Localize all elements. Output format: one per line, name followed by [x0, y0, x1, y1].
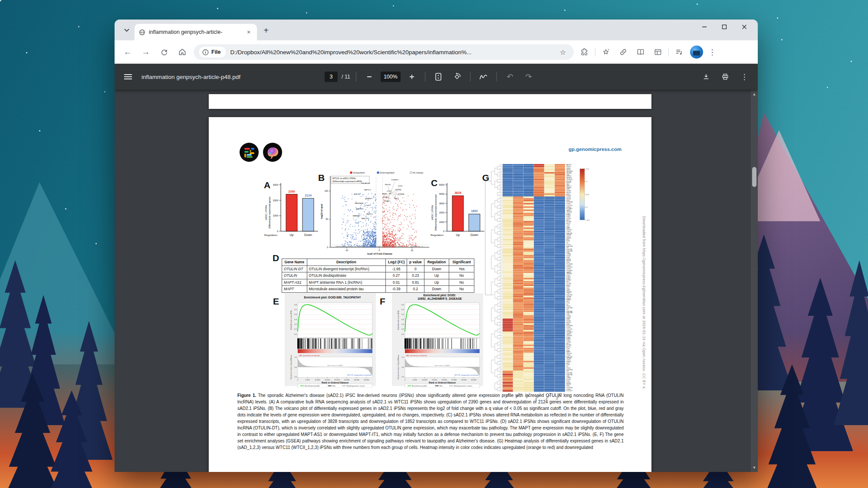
page-number-input[interactable]: 3	[325, 72, 338, 82]
svg-text:ZNF300: ZNF300	[354, 193, 361, 195]
svg-text:0.6: 0.6	[294, 304, 297, 306]
bar-chart-A: 0100020003000sAD2.1 iPSNsDifferentially …	[263, 177, 320, 251]
address-bar[interactable]: File D:/Dropbox/All%20new%20and%20improv…	[194, 44, 574, 60]
table-row: MAPT-AS1MAPT antisense RNA 1 (lncRNA)0.0…	[282, 279, 474, 286]
svg-text:30,000: 30,000	[461, 379, 467, 381]
maximize-button[interactable]	[714, 20, 734, 34]
gene-table-header: Gene NameDescriptionLog2 (FC)p valueRegu…	[282, 259, 474, 266]
svg-text:0.0: 0.0	[294, 333, 297, 335]
pen-squiggle-icon	[479, 73, 488, 80]
pdf-more-button[interactable]: ⋮	[737, 69, 752, 84]
svg-text:Enrichment score (ES): Enrichment score (ES)	[290, 310, 292, 330]
scrollbar-thumb[interactable]	[752, 167, 756, 187]
svg-text:Regulation:: Regulation:	[264, 233, 278, 236]
copy-link-button[interactable]	[615, 44, 631, 60]
url-scheme-chip[interactable]: File	[199, 46, 226, 58]
three-dot-icon: ⋮	[709, 48, 716, 57]
scroll-up-icon[interactable]: ▲	[751, 91, 758, 98]
globe-icon	[139, 29, 145, 36]
svg-text:5,000: 5,000	[306, 379, 310, 381]
redo-icon: ↷	[525, 72, 532, 82]
svg-text:2390: 2390	[288, 190, 295, 193]
url-chip-label: File	[211, 49, 221, 55]
close-button[interactable]	[734, 20, 754, 34]
svg-text:Enrichment plot: DOID:: Enrichment plot: DOID:	[423, 294, 456, 297]
svg-text:WTC11 vs sAD2.1 iPSNs: WTC11 vs sAD2.1 iPSNs	[332, 177, 356, 180]
table-cell: Up	[424, 272, 449, 279]
svg-text:Differentially expressed trans: Differentially expressed transcripts	[434, 194, 437, 231]
stars-decoration	[0, 0, 1, 1]
svg-text:Ranking metric scores: Ranking metric scores	[454, 385, 472, 387]
bookmark-star-button[interactable]: ☆	[557, 44, 569, 60]
svg-text:2.5: 2.5	[401, 356, 404, 358]
reload-button[interactable]	[155, 43, 173, 61]
column-header: p value	[407, 259, 424, 266]
svg-text:'WTC11' (negatively correlated: 'WTC11' (negatively correlated)	[347, 374, 372, 376]
svg-text:PNP2: PNP2	[394, 197, 399, 200]
pdf-divider	[496, 72, 497, 82]
hamburger-icon	[124, 74, 132, 80]
home-button[interactable]	[174, 43, 191, 61]
annotate-button[interactable]	[476, 69, 491, 84]
profile-avatar[interactable]	[690, 46, 703, 59]
pdf-scrollbar[interactable]: ▲ ▼	[751, 90, 758, 472]
svg-text:'WTC11' (negatively correlated: 'WTC11' (negatively correlated)	[454, 374, 479, 376]
minimize-icon	[702, 24, 707, 29]
svg-text:AQP4: AQP4	[382, 193, 387, 195]
extensions-button[interactable]	[576, 44, 593, 60]
back-button[interactable]: ←	[119, 43, 136, 61]
rotate-icon	[453, 73, 461, 81]
browser-menu-button[interactable]: ⋮	[706, 44, 719, 60]
svg-text:CSMD1: CSMD1	[384, 200, 391, 202]
table-cell: OTULIN divergent transcript (lncRNA)	[307, 265, 386, 272]
home-icon	[178, 48, 187, 56]
svg-text:0: 0	[379, 249, 380, 252]
rotate-button[interactable]	[450, 69, 464, 84]
pdf-menu-button[interactable]	[121, 69, 135, 84]
browser-toolbar: ← → File D:/Dropbox/All%20new%20and%	[115, 40, 758, 64]
redo-button[interactable]: ↷	[521, 69, 536, 84]
undo-button[interactable]: ↶	[503, 69, 517, 84]
forward-button[interactable]: →	[137, 43, 155, 61]
info-icon	[202, 49, 209, 56]
fit-page-button[interactable]	[431, 69, 446, 84]
zoom-out-button[interactable]	[362, 69, 377, 84]
svg-text:-log10 of qval: -log10 of qval	[320, 204, 323, 219]
star-icon: ☆	[560, 48, 566, 56]
svg-text:25,000: 25,000	[344, 379, 350, 381]
svg-text:-10: -10	[345, 249, 348, 252]
column-header: Log2 (FC)	[386, 259, 407, 266]
journal-url-link[interactable]: gp.genomicpress.com	[569, 147, 621, 152]
table-cell: 0.01	[386, 279, 407, 286]
svg-text:(Differentially expressed mRNA: (Differentially expressed mRNA)	[332, 180, 362, 183]
new-tab-button[interactable]: +	[260, 24, 273, 37]
browser-window: inflammation genpsych-article- × + ← →	[115, 20, 758, 472]
print-button[interactable]	[718, 69, 733, 84]
side-panel-button[interactable]	[650, 44, 666, 60]
scroll-down-icon[interactable]: ▼	[751, 464, 758, 471]
previous-page-edge	[209, 94, 651, 109]
tab-search-button[interactable]	[121, 24, 133, 36]
zoom-in-button[interactable]	[404, 69, 419, 84]
minimize-button[interactable]	[694, 20, 714, 34]
svg-text:LHX1: LHX1	[366, 204, 371, 206]
download-button[interactable]	[699, 69, 713, 84]
pdf-toolbar: inflammation genpsych-article-p48.pdf 3 …	[115, 64, 758, 90]
zoom-level-input[interactable]: 100%	[381, 72, 401, 82]
link-icon	[619, 48, 628, 56]
media-controls-button[interactable]	[671, 44, 687, 60]
svg-text:0.0: 0.0	[401, 366, 404, 368]
table-cell: Yes	[449, 265, 474, 272]
svg-text:3000: 3000	[273, 183, 278, 186]
toolbar-divider	[668, 48, 669, 56]
svg-text:MAGEH1: MAGEH1	[356, 208, 364, 210]
sparkle-bookmark-button[interactable]	[598, 44, 614, 60]
svg-text:Zero cross at 16405: Zero cross at 16405	[327, 364, 343, 367]
tab-close-icon[interactable]: ×	[245, 28, 253, 36]
svg-text:0: 0	[586, 206, 588, 208]
table-cell: 0.23	[407, 272, 424, 279]
browser-tab[interactable]: inflammation genpsych-article- ×	[135, 24, 257, 40]
svg-text:15,000: 15,000	[432, 379, 437, 381]
svg-text:HSPB8: HSPB8	[395, 189, 401, 191]
reading-list-button[interactable]	[632, 44, 649, 60]
